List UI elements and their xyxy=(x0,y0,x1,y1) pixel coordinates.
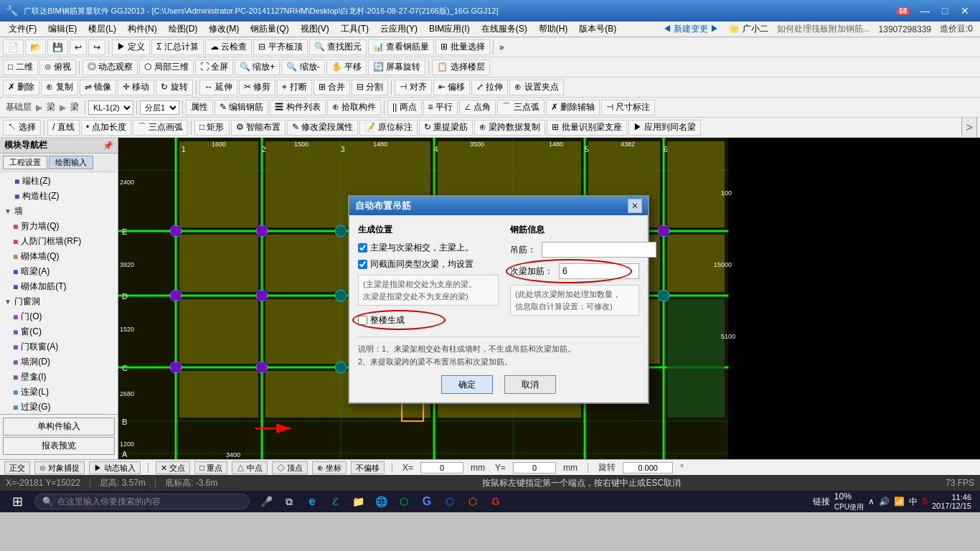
btn-angle-point[interactable]: ∠ 点角 xyxy=(459,100,496,116)
btn-align[interactable]: ⊣ 对齐 xyxy=(395,80,431,95)
nav-project-settings[interactable]: 工程设置 xyxy=(3,156,47,169)
btn-modify-segment[interactable]: ✎ 修改梁段属性 xyxy=(287,120,358,136)
tree-group-door[interactable]: ▼ 门窗洞 xyxy=(1,294,116,309)
btn-pick-component[interactable]: ⊕ 拾取构件 xyxy=(327,100,381,116)
btn-trim[interactable]: ✂ 修剪 xyxy=(239,80,275,95)
tree-item-lianliang[interactable]: ■连梁(L) xyxy=(10,385,116,400)
menu-cloud[interactable]: 云应用(Y) xyxy=(374,22,423,37)
btn-span-copy[interactable]: ⊕ 梁跨数据复制 xyxy=(474,120,545,136)
checkbox-whole-building[interactable] xyxy=(358,316,367,325)
btn-zoom-in[interactable]: 🔍 缩放+ xyxy=(235,60,280,75)
btn-calc[interactable]: Σ 汇总计算 xyxy=(151,39,204,55)
btn-smart-place[interactable]: ⚙ 智能布置 xyxy=(231,120,286,136)
dialog-close-button[interactable]: ✕ xyxy=(628,199,642,213)
btn-extend[interactable]: ↔ 延伸 xyxy=(199,80,237,95)
btn-stretch[interactable]: ⤢ 拉伸 xyxy=(471,80,508,95)
btn-define[interactable]: ▶ 定义 xyxy=(112,39,150,55)
taskbar-app-ggj[interactable]: G xyxy=(485,492,507,511)
tree-item-duanzhu[interactable]: ■ 端柱(Z) xyxy=(1,174,116,189)
checkbox-main-beam[interactable] xyxy=(358,243,367,253)
menu-online[interactable]: 在线服务(S) xyxy=(476,22,533,37)
btn-apply-same-name[interactable]: ▶ 应用到同名梁 xyxy=(628,120,701,136)
taskbar-app-orange[interactable]: ⬡ xyxy=(462,492,484,511)
btn-rect[interactable]: □ 矩形 xyxy=(194,120,230,136)
status-btn-dynamic[interactable]: ▶ 动态输入 xyxy=(89,461,141,474)
tree-item-jianli[interactable]: ■ 剪力墙(Q) xyxy=(10,219,116,234)
tree-item-qiangdong[interactable]: ■墙洞(D) xyxy=(10,354,116,369)
btn-copy[interactable]: ⊕ 复制 xyxy=(41,80,77,95)
btn-point-length[interactable]: • 点加长度 xyxy=(81,120,131,136)
btn-undo[interactable]: ↩ xyxy=(70,39,87,55)
btn-re-extract[interactable]: ↻ 重提梁筋 xyxy=(419,120,473,136)
btn-move[interactable]: ✛ 移动 xyxy=(118,80,154,95)
rotate-input[interactable] xyxy=(623,462,673,474)
checkbox-same-section[interactable] xyxy=(358,260,367,269)
menu-edit[interactable]: 编辑(E) xyxy=(42,22,83,37)
taskbar-app-taskview[interactable]: ⧉ xyxy=(278,492,300,511)
btn-three-arc-draw[interactable]: ⌒ 三点画弧 xyxy=(133,120,188,136)
btn-report-preview[interactable]: 报表预览 xyxy=(3,437,115,455)
taskbar-search-box[interactable]: 🔍 在这里输入你要搜索的内容 xyxy=(34,494,250,509)
btn-new[interactable]: 📄 xyxy=(3,39,24,55)
tree-area[interactable]: ■ 端柱(Z) ■ 构造柱(Z) ▼ 墙 ■ 剪力墙(Q) ■ 人防门框墙(RF… xyxy=(0,172,118,414)
menu-help[interactable]: 帮助(H) xyxy=(533,22,574,37)
menu-component[interactable]: 构件(N) xyxy=(122,22,163,37)
tray-link[interactable]: 链接 xyxy=(813,496,830,508)
tree-group-wall[interactable]: ▼ 墙 xyxy=(1,204,116,219)
layer-select[interactable]: 分层1 xyxy=(140,100,179,115)
btn-offset[interactable]: ⇤ 偏移 xyxy=(433,80,470,95)
btn-del-axis[interactable]: ✗ 删除辅轴 xyxy=(546,100,600,116)
btn-fullscreen[interactable]: ⛶ 全屏 xyxy=(195,60,233,75)
dialog-cancel-button[interactable]: 取消 xyxy=(504,375,556,394)
taskbar-app-ie[interactable]: e xyxy=(301,492,323,511)
btn-top-view[interactable]: ⊙ 俯视 xyxy=(39,60,76,75)
taskbar-app-browser2[interactable]: 🌐 xyxy=(370,492,392,511)
btn-cloud-check[interactable]: ☁ 云检查 xyxy=(205,39,252,55)
maximize-button[interactable]: □ xyxy=(936,4,954,18)
btn-select-level[interactable]: 📋 选择楼层 xyxy=(432,60,489,75)
hanger-input[interactable] xyxy=(542,242,656,258)
btn-three-arc[interactable]: ⌒ 三点弧 xyxy=(497,100,544,116)
tree-item-men[interactable]: ■门(O) xyxy=(10,309,116,324)
btn-2d[interactable]: □ 二维 xyxy=(3,60,38,75)
taskbar-app-g[interactable]: G xyxy=(416,492,438,511)
tree-item-gouzaozhu[interactable]: ■ 构造柱(Z) xyxy=(1,189,116,204)
btn-select[interactable]: ↖ 选择 xyxy=(3,120,41,136)
taskbar-app-green[interactable]: ⬡ xyxy=(393,492,415,511)
minimize-button[interactable]: — xyxy=(915,4,934,18)
tree-item-anliang[interactable]: ■ 暗梁(A) xyxy=(10,264,116,279)
y-input[interactable] xyxy=(513,462,556,474)
tray-up-icon[interactable]: ∧ xyxy=(868,496,875,507)
btn-component-list[interactable]: ☰ 构件列表 xyxy=(270,100,325,116)
menu-version[interactable]: 版本号(B) xyxy=(573,22,622,37)
btn-dim[interactable]: ⊣ 尺寸标注 xyxy=(601,100,655,116)
status-btn-intersect[interactable]: ✕ 交点 xyxy=(156,461,190,474)
taskbar-app-edge[interactable]: ℰ xyxy=(324,492,346,511)
menu-rebar-qty[interactable]: 钢筋量(Q) xyxy=(245,22,294,37)
btn-two-points[interactable]: || 两点 xyxy=(387,100,422,116)
btn-merge[interactable]: ⊞ 合并 xyxy=(314,80,350,95)
close-button[interactable]: ✕ xyxy=(956,4,974,18)
component-select[interactable]: KL-1(2) xyxy=(88,100,133,115)
btn-single-component[interactable]: 单构件输入 xyxy=(3,418,115,435)
btn-line[interactable]: / 直线 xyxy=(47,120,80,136)
btn-original-note[interactable]: 📝 原位标注 xyxy=(359,120,417,136)
menu-bim[interactable]: BIM应用(I) xyxy=(423,22,476,37)
btn-batch-select[interactable]: ⊞ 批量选择 xyxy=(435,39,489,55)
menu-layer[interactable]: 楼层(L) xyxy=(83,22,122,37)
btn-dynamic-view[interactable]: ◎ 动态观察 xyxy=(83,60,138,75)
btn-view-rebar[interactable]: 📊 查看钢筋量 xyxy=(368,39,434,55)
menu-modify[interactable]: 修改(M) xyxy=(203,22,245,37)
status-btn-orthogonal[interactable]: 正交 xyxy=(4,461,30,474)
menu-file[interactable]: 文件(F) xyxy=(3,22,42,37)
btn-screen-rotate[interactable]: 🔄 屏幕旋转 xyxy=(368,60,425,75)
btn-rotate[interactable]: ↻ 旋转 xyxy=(156,80,192,95)
btn-pan[interactable]: ✋ 平移 xyxy=(326,60,367,75)
tree-item-guoliang[interactable]: ■过梁(G) xyxy=(10,400,116,414)
tray-network[interactable]: 📶 xyxy=(894,496,905,507)
tree-item-bikan[interactable]: ■壁龛(I) xyxy=(10,369,116,385)
btn-batch-identify[interactable]: ⊞ 批量识别梁支座 xyxy=(547,120,626,136)
btn-open[interactable]: 📂 xyxy=(25,39,46,55)
btn-mirror[interactable]: ⇌ 镜像 xyxy=(80,80,116,95)
btn-find[interactable]: 🔍 查找图元 xyxy=(309,39,367,55)
